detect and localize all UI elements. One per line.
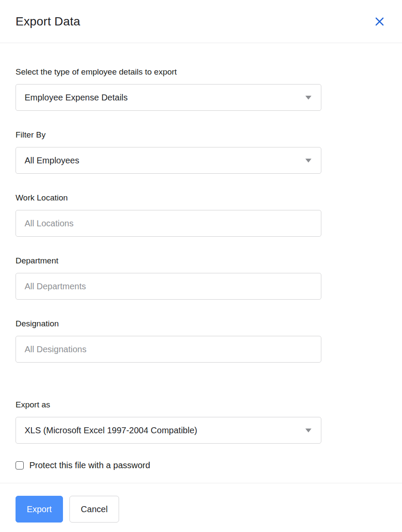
filter-by-label: Filter By [16,130,386,140]
chevron-down-icon [305,159,311,163]
work-location-input[interactable] [16,210,321,237]
chevron-down-icon [305,96,311,100]
close-icon [374,16,385,27]
password-protect-label: Protect this file with a password [29,460,150,470]
export-type-label: Select the type of employee details to e… [16,67,386,77]
export-as-selected-value: XLS (Microsoft Excel 1997-2004 Compatibl… [25,426,197,435]
chevron-down-icon [305,429,311,432]
export-as-select[interactable]: XLS (Microsoft Excel 1997-2004 Compatibl… [16,417,321,444]
designation-input[interactable] [16,336,321,363]
work-location-label: Work Location [16,193,386,203]
department-label: Department [16,256,386,266]
export-type-selected-value: Employee Expense Details [25,93,128,103]
department-input[interactable] [16,273,321,300]
close-button[interactable] [373,15,386,28]
export-button[interactable]: Export [16,496,63,523]
password-protect-checkbox[interactable] [16,461,24,469]
filter-by-selected-value: All Employees [25,156,79,166]
filter-by-select[interactable]: All Employees [16,147,321,174]
modal-footer: Export Cancel [0,483,402,523]
modal-header: Export Data [0,0,402,43]
export-data-modal: Export Data Select the type of employee … [0,0,402,532]
designation-label: Designation [16,319,386,329]
modal-title: Export Data [16,15,80,28]
export-type-select[interactable]: Employee Expense Details [16,84,321,111]
modal-body: Select the type of employee details to e… [0,67,402,470]
export-as-label: Export as [16,400,386,410]
cancel-button[interactable]: Cancel [69,496,119,523]
password-protect-row: Protect this file with a password [16,460,386,470]
